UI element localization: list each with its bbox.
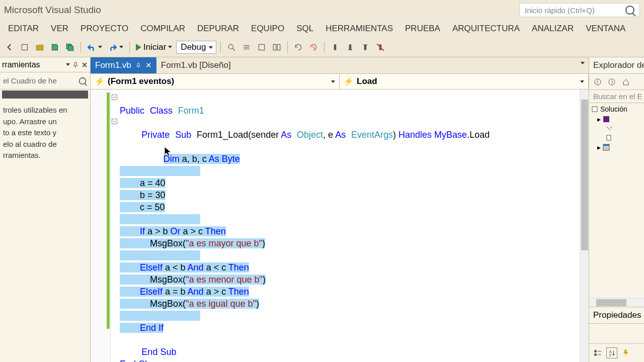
find-button[interactable] bbox=[225, 41, 238, 54]
svg-rect-24 bbox=[594, 350, 597, 352]
tab-form1-vb[interactable]: Form1.vb ✕ bbox=[91, 57, 156, 73]
forward-icon[interactable] bbox=[606, 76, 617, 87]
expand-icon[interactable]: ▸ bbox=[597, 143, 601, 151]
alphabetical-icon[interactable]: AZ bbox=[606, 347, 617, 358]
properties-toolbar: AZ bbox=[589, 344, 644, 362]
svg-rect-10 bbox=[334, 44, 337, 50]
menu-depurar[interactable]: DEPURAR bbox=[191, 21, 245, 37]
toolbar-separator bbox=[324, 42, 325, 53]
comment-button[interactable] bbox=[240, 41, 253, 54]
menu-compilar[interactable]: COMPILAR bbox=[134, 21, 191, 37]
prev-bookmark-button[interactable] bbox=[344, 41, 357, 54]
back-icon[interactable] bbox=[592, 76, 603, 87]
quick-launch-box[interactable]: Inicio rápido (Ctrl+Q) bbox=[519, 3, 640, 17]
svg-rect-7 bbox=[274, 44, 277, 50]
menu-analizar[interactable]: ANALIZAR bbox=[526, 21, 580, 37]
svg-rect-0 bbox=[22, 44, 27, 50]
svg-rect-25 bbox=[594, 353, 597, 356]
toolbar-separator bbox=[287, 42, 288, 53]
expand-icon[interactable]: ▸ bbox=[597, 115, 601, 123]
menu-prueba[interactable]: PRUEBA bbox=[399, 21, 446, 37]
menu-ventana[interactable]: VENTANA bbox=[580, 21, 631, 37]
bookmark-button[interactable] bbox=[329, 41, 342, 54]
toolbar-separator bbox=[80, 42, 81, 53]
method-dropdown-value: Load bbox=[357, 76, 377, 86]
close-icon[interactable]: ✕ bbox=[145, 61, 152, 70]
class-dropdown-value: (Form1 eventos) bbox=[108, 76, 174, 86]
svg-rect-21 bbox=[607, 135, 611, 140]
svg-rect-19 bbox=[592, 107, 597, 112]
tree-item[interactable]: ▸ bbox=[597, 143, 642, 151]
close-icon[interactable] bbox=[81, 61, 88, 68]
chevron-down-icon bbox=[331, 80, 335, 83]
bolt-icon: ⚡ bbox=[344, 77, 354, 85]
class-dropdown[interactable]: ⚡(Form1 eventos) bbox=[91, 74, 340, 89]
menu-equipo[interactable]: EQUIPO bbox=[245, 21, 290, 37]
svg-rect-20 bbox=[603, 116, 609, 122]
svg-point-18 bbox=[609, 79, 615, 85]
cursor-icon bbox=[164, 146, 174, 158]
solution-tree[interactable]: Solución ▸ ▸ bbox=[589, 103, 644, 298]
chevron-down-icon bbox=[580, 80, 584, 83]
menu-ver[interactable]: VER bbox=[45, 21, 74, 37]
back-button[interactable] bbox=[3, 41, 16, 54]
menu-arquitectura[interactable]: ARQUITECTURA bbox=[446, 21, 526, 37]
scroll-thumb[interactable] bbox=[581, 100, 588, 250]
menu-proyecto[interactable]: PROYECTO bbox=[74, 21, 134, 37]
next-bookmark-button[interactable] bbox=[359, 41, 372, 54]
scroll-thumb[interactable] bbox=[596, 299, 626, 306]
change-indicator bbox=[107, 93, 110, 329]
clear-bookmark-button[interactable] bbox=[374, 41, 387, 54]
tree-item[interactable] bbox=[605, 134, 642, 141]
home-icon[interactable] bbox=[620, 76, 631, 87]
stop-button[interactable] bbox=[307, 41, 320, 54]
indent-button[interactable] bbox=[270, 41, 283, 54]
file-icon bbox=[605, 134, 612, 141]
horizontal-scrollbar[interactable] bbox=[589, 298, 644, 307]
method-dropdown[interactable]: ⚡Load bbox=[340, 74, 589, 89]
tree-item[interactable]: ▸ bbox=[597, 115, 642, 123]
config-dropdown[interactable]: Debug bbox=[176, 41, 216, 54]
svg-line-9 bbox=[312, 45, 315, 49]
chevron-down-icon[interactable] bbox=[66, 63, 70, 66]
menu-sql[interactable]: SQL bbox=[290, 21, 319, 37]
vb-icon bbox=[603, 116, 610, 123]
tab-overflow[interactable] bbox=[577, 64, 589, 73]
quick-launch-placeholder: Inicio rápido (Ctrl+Q) bbox=[525, 6, 595, 15]
redo-button[interactable] bbox=[106, 42, 125, 53]
toolbar-separator bbox=[129, 42, 130, 53]
menu-editar[interactable]: EDITAR bbox=[2, 21, 45, 37]
tree-item[interactable] bbox=[605, 125, 642, 132]
step-button[interactable] bbox=[292, 41, 305, 54]
solution-search[interactable]: Buscar en el E bbox=[589, 90, 644, 103]
toolbox-search[interactable]: el Cuadro de he bbox=[0, 72, 90, 89]
vertical-scrollbar[interactable] bbox=[580, 89, 589, 362]
undo-button[interactable] bbox=[85, 42, 104, 53]
wrench-icon bbox=[605, 125, 612, 132]
events-icon[interactable] bbox=[620, 347, 631, 358]
svg-rect-23 bbox=[603, 144, 609, 146]
form-icon bbox=[603, 144, 610, 151]
solution-icon bbox=[591, 106, 598, 113]
pin-icon[interactable] bbox=[72, 61, 79, 68]
toolbox-group-header[interactable] bbox=[2, 90, 88, 99]
tab-label: Form1.vb [Diseño] bbox=[161, 60, 231, 70]
toolbar: Iniciar Debug bbox=[0, 37, 644, 57]
tab-form1-design[interactable]: Form1.vb [Diseño] bbox=[156, 57, 235, 73]
save-button[interactable] bbox=[48, 41, 61, 54]
new-button[interactable] bbox=[18, 41, 31, 54]
navigation-bar: ⚡(Form1 eventos) ⚡Load bbox=[91, 73, 589, 89]
fold-toggle[interactable]: − bbox=[112, 95, 117, 100]
chevron-down-icon bbox=[581, 62, 585, 73]
pin-icon[interactable] bbox=[135, 62, 141, 68]
fold-toggle[interactable]: − bbox=[112, 119, 117, 124]
open-button[interactable] bbox=[33, 41, 46, 54]
uncomment-button[interactable] bbox=[255, 41, 268, 54]
code-editor[interactable]: − − Public Class Form1 Private Sub Form1… bbox=[91, 89, 589, 362]
solution-node[interactable]: Solución bbox=[591, 105, 642, 113]
categorized-icon[interactable] bbox=[592, 347, 603, 358]
save-all-button[interactable] bbox=[63, 41, 76, 54]
menu-herramientas[interactable]: HERRAMIENTAS bbox=[319, 21, 399, 37]
start-debug-button[interactable]: Iniciar bbox=[134, 41, 174, 53]
properties-object-selector[interactable] bbox=[589, 324, 644, 344]
